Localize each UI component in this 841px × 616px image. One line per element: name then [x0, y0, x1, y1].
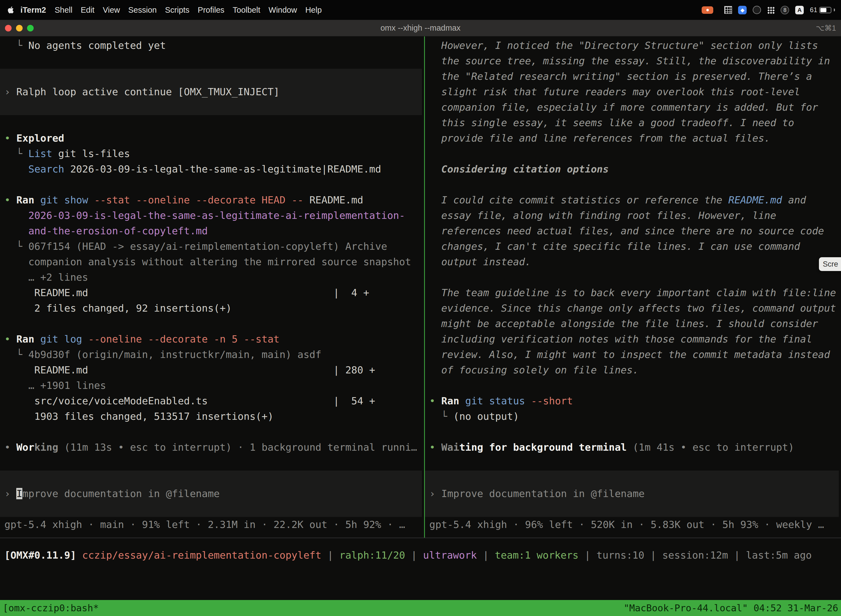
terminal-line: └ No agents completed yet [0, 38, 424, 53]
terminal-line: 1903 files changed, 513517 insertions(+) [0, 409, 424, 424]
camera-icon[interactable] [753, 6, 761, 14]
terminal-input-box[interactable]: › Improve documentation in @filename [425, 471, 839, 517]
notification-toast[interactable]: Scre [819, 257, 841, 271]
terminal-line: However, I noticed the "Directory Struct… [425, 38, 841, 53]
menu-bar-status: ◆ 8 A 61 [702, 6, 841, 14]
menu-item-window[interactable]: Window [264, 6, 301, 15]
terminal-line: this single essay, it seems like a good … [425, 115, 841, 131]
terminal-gap [425, 424, 841, 440]
terminal-line: I could cite commit statistics or refere… [425, 192, 841, 208]
battery-icon[interactable]: 61 [810, 6, 835, 14]
terminal-block: However, I noticed the "Directory Struct… [425, 38, 841, 146]
terminal-gap [0, 316, 424, 331]
menu-item-shell[interactable]: Shell [50, 6, 77, 15]
terminal-line: • Waiting for background terminal (1m 41… [425, 440, 841, 455]
terminal-line: • Ran git log --oneline --decorate -n 5 … [0, 331, 424, 347]
window-title-bar[interactable]: omx --xhigh --madmax ⌥⌘1 [0, 20, 841, 37]
input-source-icon[interactable]: A [795, 6, 804, 14]
terminal-line: Search 2026-03-09-is-legal-the-same-as-l… [0, 161, 424, 177]
terminal-line: gpt-5.4 xhigh · main · 91% left · 2.31M … [0, 517, 424, 532]
terminal-line: 2 files changed, 92 insertions(+) [0, 301, 424, 316]
terminal-line: src/voice/voiceModeEnabled.ts | 54 + [0, 393, 424, 409]
terminal-line: output instead. [425, 254, 841, 270]
raycast-icon[interactable]: ◆ [738, 6, 747, 14]
terminal-block: • Explored └ List git ls-files Search 20… [0, 131, 424, 177]
key-icon[interactable]: 8 [781, 6, 789, 14]
menu-item-scripts[interactable]: Scripts [161, 6, 194, 15]
terminal-line: evidence. Since this change only affects… [425, 301, 841, 316]
terminal-input-box[interactable]: › Improve documentation in @filename [0, 471, 422, 517]
menu-item-app[interactable]: iTerm2 [16, 6, 50, 15]
terminal-line: └ 067f154 (HEAD -> essay/ai-reimplementa… [0, 239, 424, 254]
right-terminal-pane[interactable]: However, I noticed the "Directory Struct… [425, 37, 841, 538]
terminal-line: companion file, especially if more comme… [425, 100, 841, 115]
terminal-line: └ 4b9d30f (origin/main, instructkr/main,… [0, 347, 424, 362]
menu-item-edit[interactable]: Edit [76, 6, 98, 15]
terminal-line: … +1901 lines [0, 378, 424, 393]
menu-item-session[interactable]: Session [124, 6, 161, 15]
terminal-block: I could cite commit statistics or refere… [425, 192, 841, 270]
tmux-host-clock: "MacBook-Pro-44.local" 04:52 31-Mar-26 [624, 600, 838, 616]
terminal-line: of focusing solely on file lines. [425, 362, 841, 378]
terminal-block: [OMX#0.11.9] cczip/essay/ai-reimplementa… [0, 547, 841, 563]
battery-fill [820, 8, 826, 12]
terminal-line: [OMX#0.11.9] cczip/essay/ai-reimplementa… [0, 547, 841, 563]
terminal-line: └ List git ls-files [0, 146, 424, 161]
battery-percent: 61 [810, 6, 817, 14]
terminal-line: Considering citation options [425, 161, 841, 177]
menu-item-profiles[interactable]: Profiles [194, 6, 229, 15]
terminal-line: › Improve documentation in @filename [425, 486, 839, 502]
terminal-block: • Waiting for background terminal (1m 41… [425, 440, 841, 455]
terminal-gap [425, 378, 841, 393]
terminal-line: changes, I can't cite specific file line… [425, 239, 841, 254]
terminal-line: and-the-erosion-of-copyleft.md [0, 223, 424, 239]
omx-status-line: [OMX#0.11.9] cczip/essay/ai-reimplementa… [0, 538, 841, 563]
terminal-line: including verification notes with those … [425, 331, 841, 347]
terminal-line: review. Also, I might want to inspect th… [425, 347, 841, 362]
tmux-session-label: [omx-cczip0:bash* [3, 600, 99, 616]
terminal-gap [0, 424, 424, 440]
terminal-block: └ No agents completed yet [0, 38, 424, 53]
menu-item-help[interactable]: Help [301, 6, 326, 15]
terminal-block: • Working (11m 13s • esc to interrupt) ·… [0, 440, 424, 455]
apple-icon [7, 6, 14, 13]
terminal-line: provide file and line references from th… [425, 131, 841, 146]
dots-grid-icon[interactable] [767, 6, 775, 14]
terminal-gap [0, 177, 424, 192]
terminal-line: the "Related research writing" section i… [425, 69, 841, 84]
terminal-line: › Ralph loop active continue [OMX_TMUX_I… [0, 84, 422, 100]
menu-item-toolbelt[interactable]: Toolbelt [229, 6, 264, 15]
terminal-block: • Ran git status --short └ (no output) [425, 393, 841, 424]
terminal-panes: └ No agents completed yet› Ralph loop ac… [0, 37, 841, 538]
grid-icon[interactable] [724, 6, 732, 14]
menu-item-view[interactable]: View [98, 6, 124, 15]
terminal-window: └ No agents completed yet› Ralph loop ac… [0, 37, 841, 616]
apple-menu[interactable] [7, 6, 16, 13]
menu-bar-left: iTerm2 Shell Edit View Session Scripts P… [0, 6, 326, 15]
terminal-gap [0, 115, 424, 131]
omx-status-region: [OMX#0.11.9] cczip/essay/ai-reimplementa… [0, 538, 841, 600]
terminal-line: README.md | 280 + [0, 362, 424, 378]
terminal-line: › Improve documentation in @filename [0, 486, 422, 502]
terminal-line: references need actual files, and since … [425, 223, 841, 239]
terminal-line: • Explored [0, 131, 424, 146]
terminal-block: Considering citation options [425, 161, 841, 177]
terminal-line: README.md | 4 + [0, 285, 424, 301]
terminal-gap [0, 455, 424, 471]
terminal-line: 2026-03-09-is-legal-the-same-as-legitima… [0, 208, 424, 223]
terminal-block: gpt-5.4 xhigh · main · 91% left · 2.31M … [0, 517, 424, 532]
terminal-line: might be acceptable alongside the file l… [425, 316, 841, 331]
terminal-block: gpt-5.4 xhigh · 96% left · 520K in · 5.8… [425, 517, 841, 532]
screen: iTerm2 Shell Edit View Session Scripts P… [0, 0, 841, 616]
terminal-line: companion analysis without altering the … [0, 254, 424, 270]
terminal-input-box[interactable]: › Ralph loop active continue [OMX_TMUX_I… [0, 69, 422, 115]
left-terminal-pane[interactable]: └ No agents completed yet› Ralph loop ac… [0, 37, 424, 538]
screen-recording-indicator-icon[interactable] [702, 6, 713, 14]
terminal-gap [425, 455, 841, 471]
terminal-gap [425, 177, 841, 192]
terminal-block: The team guideline is to back every impo… [425, 285, 841, 378]
terminal-line: gpt-5.4 xhigh · 96% left · 520K in · 5.8… [425, 517, 841, 532]
terminal-line: slight risk that future readers may over… [425, 84, 841, 100]
menu-bar: iTerm2 Shell Edit View Session Scripts P… [0, 0, 841, 20]
window-shortcut-badge: ⌥⌘1 [816, 20, 836, 36]
